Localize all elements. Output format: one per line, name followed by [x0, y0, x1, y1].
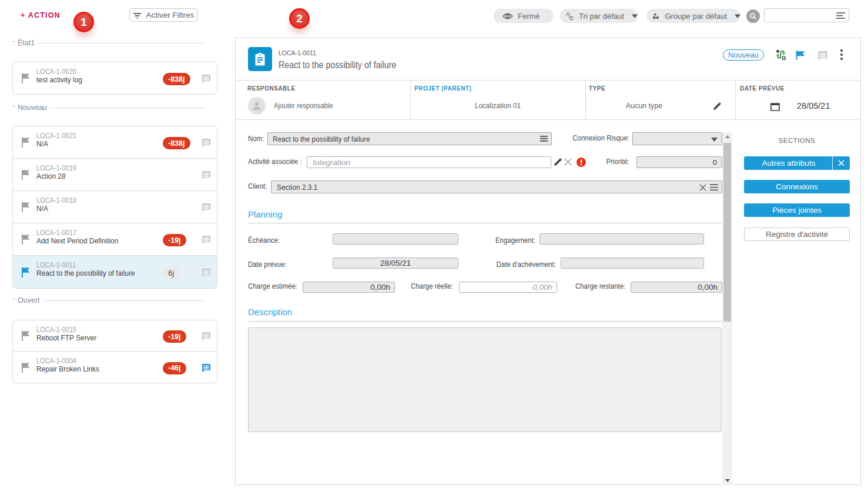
- svg-text:Z: Z: [570, 15, 573, 21]
- svg-text:A: A: [566, 11, 569, 17]
